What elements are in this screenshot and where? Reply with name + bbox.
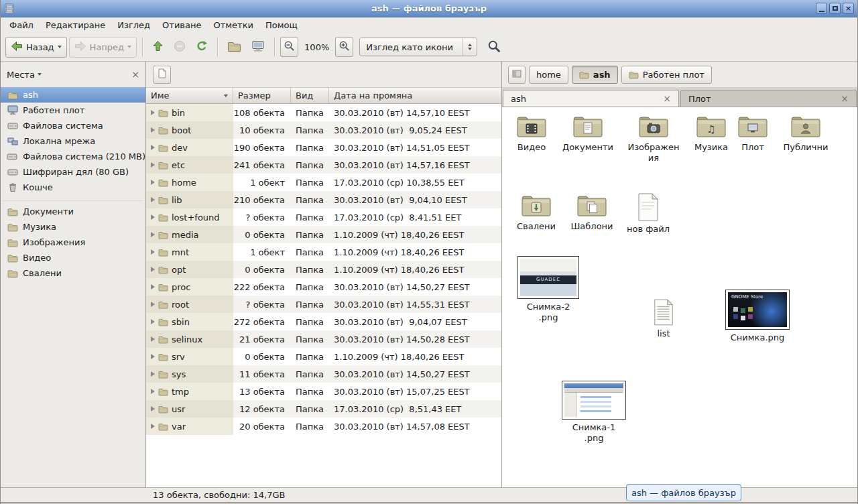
close-button[interactable]: × <box>843 3 854 14</box>
icon-item-list[interactable]: list <box>644 299 684 339</box>
sidebar-item-images[interactable]: Изображения <box>1 235 145 250</box>
icon-item-shot1[interactable]: Снимка-1.png <box>559 381 629 443</box>
menu-bookmarks[interactable]: Отметки <box>207 18 259 32</box>
expander-icon[interactable] <box>151 267 155 272</box>
home-button[interactable] <box>223 36 245 58</box>
expander-icon[interactable] <box>151 284 155 290</box>
sidebar-close-icon[interactable]: × <box>131 70 139 79</box>
tab-close-icon[interactable]: × <box>841 94 849 103</box>
table-row[interactable]: tmp13 обектаПапка30.03.2010 (вт) 15,07,2… <box>146 383 501 400</box>
tab-Плот[interactable]: Плот× <box>680 90 857 107</box>
view-mode-select[interactable]: Изглед като икони <box>359 38 477 56</box>
expander-icon[interactable] <box>151 336 155 342</box>
table-row[interactable]: opt0 обектаПапка1.10.2009 (чт) 18,40,26 … <box>146 261 501 278</box>
table-row[interactable]: boot10 обектаПапка30.03.2010 (вт) 9,05,2… <box>146 121 501 139</box>
menu-view[interactable]: Изглед <box>111 18 156 32</box>
reload-button[interactable] <box>192 36 212 58</box>
stop-button[interactable] <box>170 36 190 58</box>
icon-item-desktop[interactable]: Плот <box>730 114 776 153</box>
expander-icon[interactable] <box>151 232 155 237</box>
table-row[interactable]: srv0 обектаПапка1.10.2009 (чт) 18,40,26 … <box>146 348 501 365</box>
table-row[interactable]: etc241 обектаПапка30.03.2010 (вт) 14,57,… <box>146 156 501 174</box>
table-row[interactable]: sbin272 обектаПапка30.03.2010 (вт) 9,04,… <box>146 313 501 330</box>
table-row[interactable]: var20 обектаПапка30.03.2010 (вт) 14,57,0… <box>146 418 501 435</box>
tab-ash[interactable]: ash× <box>503 90 679 107</box>
column-header-date[interactable]: Дата на промяна <box>329 88 501 103</box>
search-button[interactable] <box>483 36 505 59</box>
sidebar-item-downloads[interactable]: Свалени <box>1 265 145 281</box>
menu-edit[interactable]: Редактиране <box>40 18 111 32</box>
tab-close-icon[interactable]: × <box>663 94 671 103</box>
sidebar-item-documents[interactable]: Документи <box>1 204 145 219</box>
expander-icon[interactable] <box>151 127 155 133</box>
table-row[interactable]: home1 обектПапка17.03.2010 (ср) 10,38,55… <box>146 174 501 191</box>
expander-icon[interactable] <box>151 371 155 377</box>
expander-icon[interactable] <box>151 319 155 324</box>
titlebar[interactable]: ash — файлов браузър × <box>1 0 857 17</box>
expander-icon[interactable] <box>151 145 155 150</box>
location-toggle-button[interactable] <box>153 66 171 84</box>
table-row[interactable]: bin108 обектаПапка30.03.2010 (вт) 14,57,… <box>146 104 501 121</box>
breadcrumb-home[interactable]: home <box>529 66 568 84</box>
sidebar-item-desktop[interactable]: Работен плот <box>1 103 145 118</box>
sidebar-title[interactable]: Места <box>7 70 35 80</box>
sidebar-item-video[interactable]: Видео <box>1 250 145 265</box>
computer-button[interactable] <box>247 36 269 58</box>
menu-go[interactable]: Отиване <box>156 18 207 32</box>
sidebar-item-filesystem[interactable]: Файлова система <box>1 118 145 133</box>
menu-file[interactable]: Файл <box>3 18 40 32</box>
sidebar-item-encrypted-80gb[interactable]: Шифриран дял (80 GB) <box>1 164 145 180</box>
sidebar-item-music[interactable]: Музика <box>1 219 145 235</box>
table-row[interactable]: lib210 обектаПапка30.03.2010 (вт) 9,04,1… <box>146 191 501 208</box>
icon-item-video[interactable]: Видео <box>505 114 558 153</box>
sidebar-item-ash[interactable]: ash <box>1 87 145 103</box>
icon-item-downloads[interactable]: Свалени <box>509 193 563 232</box>
zoom-in-button[interactable] <box>335 37 353 57</box>
breadcrumb-Работен плот[interactable]: Работен плот <box>621 66 712 84</box>
maximize-button[interactable] <box>829 3 841 14</box>
expander-icon[interactable] <box>151 249 155 255</box>
forward-button[interactable]: Напред <box>69 37 137 58</box>
path-bar-pager-button[interactable] <box>508 66 526 84</box>
back-button[interactable]: Назад <box>5 37 67 58</box>
expander-icon[interactable] <box>151 389 155 394</box>
icon-item-shot2[interactable]: GUADECСнимка-2.png <box>513 256 583 322</box>
table-row[interactable]: selinux21 обектаПапка30.03.2010 (вт) 14,… <box>146 330 501 348</box>
expander-icon[interactable] <box>151 214 155 220</box>
table-row[interactable]: lost+found? обектаПапка17.03.2010 (ср) 8… <box>146 208 501 226</box>
expander-icon[interactable] <box>151 424 155 429</box>
expander-icon[interactable] <box>151 197 155 202</box>
minimize-button[interactable] <box>816 3 827 14</box>
up-button[interactable] <box>148 36 168 58</box>
icon-item-images[interactable]: Изображения <box>627 114 680 163</box>
table-row[interactable]: proc222 обектаПапка30.03.2010 (вт) 14,50… <box>146 278 501 296</box>
zoom-out-button[interactable] <box>280 37 298 57</box>
expander-icon[interactable] <box>151 110 155 115</box>
sidebar-item-filesystem-210mb[interactable]: Файлова система (210 MB) <box>1 149 145 164</box>
expander-icon[interactable] <box>151 354 155 359</box>
icon-item-public[interactable]: Публични <box>779 114 833 153</box>
column-header-size[interactable]: Размер <box>233 88 291 103</box>
column-header-type[interactable]: Вид <box>291 88 329 103</box>
icon-item-shot[interactable]: GNOME StoreСнимка.png <box>723 290 792 343</box>
expander-icon[interactable] <box>151 406 155 412</box>
table-row[interactable]: usr12 обектаПапка17.03.2010 (ср) 8,51,43… <box>146 400 501 418</box>
table-row[interactable]: media0 обектаПапка1.10.2009 (чт) 18,40,2… <box>146 226 501 243</box>
expander-icon[interactable] <box>151 162 155 168</box>
expander-icon[interactable] <box>151 302 155 307</box>
sidebar-item-local-network[interactable]: Локална мрежа <box>1 133 145 149</box>
table-row[interactable]: dev190 обектаПапка30.03.2010 (вт) 14,51,… <box>146 139 501 156</box>
column-header-name[interactable]: Име <box>146 88 233 103</box>
menu-help[interactable]: Помощ <box>259 18 304 32</box>
table-row[interactable]: sys11 обектаПапка30.03.2010 (вт) 14,50,2… <box>146 365 501 383</box>
table-row[interactable]: mnt1 обектПапка1.10.2009 (чт) 18,40,26 E… <box>146 243 501 261</box>
icon-item-templates[interactable]: Шаблони <box>565 193 619 232</box>
sidebar-item-trash[interactable]: Кошче <box>1 180 145 195</box>
taskbar-window-button[interactable]: ash — файлов браузър <box>626 484 741 501</box>
icon-item-documents[interactable]: Документи <box>561 114 615 153</box>
table-row[interactable]: root? обектаПапка30.03.2010 (вт) 14,55,3… <box>146 296 501 313</box>
icon-item-newfile[interactable]: нов файл <box>621 193 675 235</box>
breadcrumb-ash[interactable]: ash <box>572 66 618 84</box>
expander-icon[interactable] <box>151 180 155 185</box>
icon-view[interactable]: ВидеоДокументиИзображения♫МузикаПлотПубл… <box>502 107 857 487</box>
